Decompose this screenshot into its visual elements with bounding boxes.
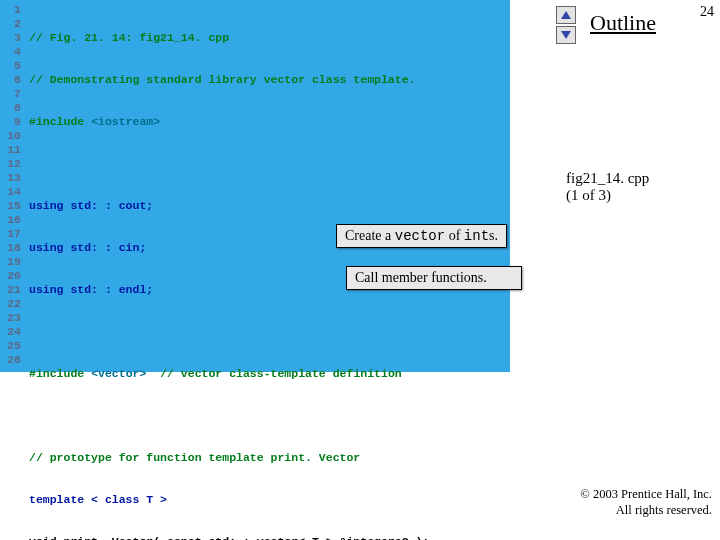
svg-marker-0 bbox=[561, 11, 571, 19]
code-line: template < class T > bbox=[29, 493, 429, 507]
code-line: #include <vector> // vector class-templa… bbox=[29, 367, 429, 381]
nav-up-button[interactable] bbox=[556, 6, 576, 24]
line-number-gutter: 123 456 789 101112 131415 161718 192021 … bbox=[0, 0, 23, 372]
code-line: void print. Vector( const std: : vector<… bbox=[29, 535, 429, 540]
file-caption: fig21_14. cpp (1 of 3) bbox=[566, 170, 649, 204]
code-line: // Demonstrating standard library vector… bbox=[29, 73, 429, 87]
nav-down-button[interactable] bbox=[556, 26, 576, 44]
page-number: 24 bbox=[700, 4, 714, 20]
sidebar: Outline 24 fig21_14. cpp (1 of 3) bbox=[516, 0, 720, 540]
svg-marker-1 bbox=[561, 31, 571, 39]
callout-member-functions: Call member functions. bbox=[346, 266, 522, 290]
code-line: using std: : cout; bbox=[29, 199, 429, 213]
code-line: // prototype for function template print… bbox=[29, 451, 429, 465]
code-line bbox=[29, 409, 429, 423]
outline-heading: Outline bbox=[590, 10, 656, 36]
copyright-footer: © 2003 Prentice Hall, Inc. All rights re… bbox=[580, 486, 712, 518]
code-line: #include <iostream> bbox=[29, 115, 429, 129]
code-line bbox=[29, 325, 429, 339]
code-body: // Fig. 21. 14: fig21_14. cpp // Demonst… bbox=[23, 0, 429, 372]
callout-create-vector: Create a vector of ints. bbox=[336, 224, 507, 248]
triangle-down-icon bbox=[561, 31, 571, 39]
triangle-up-icon bbox=[561, 11, 571, 19]
code-line: // Fig. 21. 14: fig21_14. cpp bbox=[29, 31, 429, 45]
code-listing: 123 456 789 101112 131415 161718 192021 … bbox=[0, 0, 510, 372]
code-line bbox=[29, 157, 429, 171]
